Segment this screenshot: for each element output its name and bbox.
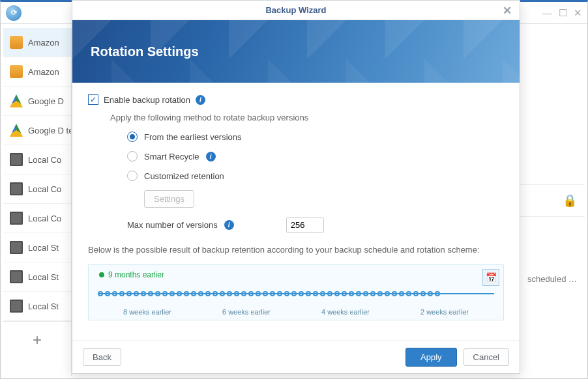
dialog-footer: Back Apply Cancel bbox=[72, 341, 520, 373]
sidebar-item-label: Local Co bbox=[28, 184, 61, 194]
timeline-marker-label: 8 weeks earlier bbox=[123, 308, 171, 316]
sidebar-item-label: Local St bbox=[28, 272, 59, 282]
sidebar-item[interactable]: Local St bbox=[3, 233, 71, 262]
banner-title: Rotation Settings bbox=[91, 44, 199, 59]
dialog-titlebar: Backup Wizard ✕ bbox=[72, 1, 520, 20]
dot-icon bbox=[99, 272, 104, 277]
timeline-marker-label: 4 weeks earlier bbox=[321, 308, 370, 316]
sidebar-item[interactable]: Local Co bbox=[3, 175, 71, 204]
local-icon bbox=[10, 300, 23, 313]
back-button[interactable]: Back bbox=[83, 348, 121, 366]
sidebar-item[interactable]: Local St bbox=[3, 262, 71, 292]
timeline-track bbox=[98, 290, 494, 298]
dialog-banner: Rotation Settings bbox=[72, 20, 520, 83]
lock-icon[interactable]: 🔒 bbox=[563, 193, 577, 208]
radio-smart-label: Smart Recycle bbox=[144, 152, 199, 161]
amazon-icon bbox=[10, 36, 23, 49]
schedule-status: scheduled … bbox=[527, 274, 577, 284]
earliest-label: 9 months earlier bbox=[108, 270, 164, 279]
radio-custom[interactable] bbox=[127, 171, 138, 181]
info-icon[interactable]: i bbox=[206, 152, 216, 161]
sidebar-item-label: Amazon bbox=[28, 38, 59, 48]
local-icon bbox=[10, 270, 23, 283]
backup-wizard-dialog: Backup Wizard ✕ Rotation Settings ✓ Enab… bbox=[72, 0, 520, 374]
sidebar-item-label: Amazon bbox=[28, 67, 59, 77]
gdrive-icon bbox=[10, 124, 23, 137]
sidebar-item[interactable]: Local St bbox=[3, 292, 71, 321]
local-icon bbox=[10, 153, 23, 166]
window-max-icon[interactable]: ☐ bbox=[559, 7, 567, 19]
sidebar-item-label: Local St bbox=[28, 243, 59, 253]
radio-smart[interactable] bbox=[127, 151, 138, 161]
sidebar-item-label: Local Co bbox=[28, 214, 61, 223]
sidebar-item[interactable]: Local Co bbox=[3, 204, 71, 233]
close-icon[interactable]: ✕ bbox=[503, 4, 512, 18]
calendar-icon[interactable]: 📅 bbox=[482, 269, 499, 286]
settings-button[interactable]: Settings bbox=[144, 190, 194, 208]
rotation-method-radios: From the earliest versions Smart Recycle… bbox=[127, 132, 504, 208]
dialog-body: ✓ Enable backup rotation i Apply the fol… bbox=[72, 83, 520, 341]
radio-custom-label: Customized retention bbox=[144, 171, 224, 181]
add-task-button[interactable]: + bbox=[3, 321, 71, 358]
radio-earliest[interactable] bbox=[127, 132, 138, 142]
cancel-button[interactable]: Cancel bbox=[463, 348, 509, 366]
sidebar-item-label: Local St bbox=[28, 302, 59, 311]
sidebar-item-label: Google D test bbox=[28, 126, 71, 135]
amazon-icon bbox=[10, 65, 23, 78]
sidebar-item-label: Google D bbox=[28, 96, 64, 106]
info-icon[interactable]: i bbox=[224, 220, 234, 230]
earliest-marker: 9 months earlier bbox=[99, 270, 164, 279]
sidebar: AmazonAmazonGoogle DGoogle D testLocal C… bbox=[3, 28, 71, 376]
sidebar-item[interactable]: Google D bbox=[3, 87, 71, 116]
enable-rotation-checkbox[interactable]: ✓ bbox=[88, 94, 98, 105]
apply-method-label: Apply the following method to rotate bac… bbox=[110, 113, 504, 122]
max-versions-label: Max number of versions bbox=[127, 220, 218, 230]
max-versions-input[interactable] bbox=[286, 217, 324, 233]
sidebar-item[interactable]: Local Co bbox=[3, 145, 71, 175]
window-min-icon[interactable]: — bbox=[542, 7, 552, 19]
timeline-marker-label: 2 weeks earlier bbox=[420, 308, 469, 316]
local-icon bbox=[10, 182, 23, 195]
dialog-title: Backup Wizard bbox=[265, 5, 326, 15]
sidebar-item-label: Local Co bbox=[28, 155, 61, 165]
timeline-marker-label: 6 weeks earlier bbox=[222, 308, 271, 316]
apply-button[interactable]: Apply bbox=[405, 348, 457, 367]
timeline-markers: 8 weeks earlier6 weeks earlier4 weeks ea… bbox=[98, 308, 494, 316]
sidebar-item[interactable]: Amazon bbox=[3, 57, 71, 87]
retention-timeline: 📅 9 months earlier 8 weeks earlier6 week… bbox=[88, 264, 504, 320]
timeline-explain: Below is the possible result of backup r… bbox=[88, 244, 504, 257]
sidebar-item[interactable]: Amazon bbox=[3, 28, 71, 57]
sidebar-item[interactable]: Google D test bbox=[3, 116, 71, 145]
gdrive-icon bbox=[10, 94, 23, 107]
enable-rotation-label: Enable backup rotation bbox=[104, 95, 190, 105]
app-icon: ⟳ bbox=[6, 5, 22, 21]
radio-earliest-label: From the earliest versions bbox=[144, 132, 242, 142]
info-icon[interactable]: i bbox=[196, 95, 205, 105]
local-icon bbox=[10, 241, 23, 254]
local-icon bbox=[10, 212, 23, 225]
window-close-icon[interactable]: ✕ bbox=[574, 7, 582, 19]
